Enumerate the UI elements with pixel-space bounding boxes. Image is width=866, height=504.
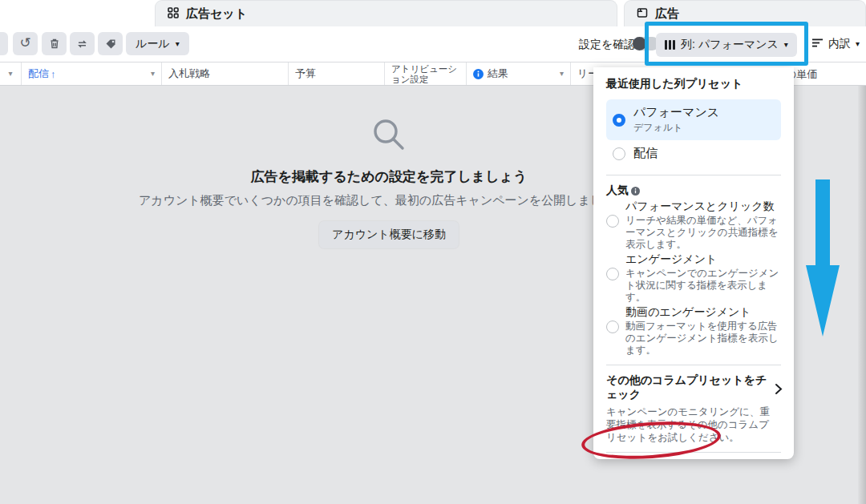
undo-icon: ↺ — [19, 36, 30, 50]
radio-selected-icon[interactable] — [613, 114, 625, 127]
column-label: 結果 — [488, 67, 508, 81]
tag-button[interactable] — [98, 32, 123, 55]
preset-option-delivery[interactable]: 配信 — [606, 140, 781, 167]
breakdown-label: 内訳 — [828, 37, 851, 51]
radio-icon[interactable] — [606, 321, 619, 333]
header-cell-bid-strategy[interactable]: 入札戦略 — [162, 62, 289, 85]
preset-sublabel: デフォルト — [633, 121, 719, 135]
divider — [606, 452, 781, 453]
go-to-account-overview-button[interactable]: アカウント概要に移動 — [319, 221, 459, 248]
columns-button-label: 列: パフォーマンス — [681, 38, 779, 52]
column-label: 入札戦略 — [168, 67, 210, 81]
tab-ads-label: 広告 — [655, 6, 679, 22]
more-presets-link[interactable]: その他のコラムプリセットをチェック キャンペーンのモニタリングに、重要指標を表示… — [606, 373, 781, 444]
undo-button[interactable]: ↺ — [13, 32, 38, 55]
header-cell-attribution[interactable]: アトリビューション設定 — [385, 62, 467, 85]
tab-adsets-label: 広告セット — [186, 6, 247, 22]
preset-option-engagement[interactable]: エンゲージメント キャンペーンでのエンゲージメント状況に関する指標を表示します。 — [606, 252, 781, 304]
header-cell-select[interactable]: ▾ — [0, 62, 22, 85]
chevron-down-icon: ▾ — [784, 41, 788, 49]
preset-option-performance-clicks[interactable]: パフォーマンスとクリック数 リーチや結果の単価など、パフォーマンスとクリックの共… — [606, 200, 781, 251]
preset-label: エンゲージメント — [625, 252, 781, 267]
breakdown-icon — [811, 38, 824, 50]
columns-icon — [665, 40, 675, 50]
empty-state-title: 広告を掲載するための設定を完了しましょう — [128, 167, 650, 186]
ab-test-icon — [76, 38, 88, 50]
preset-description: リーチや結果の単価など、パフォーマンスとクリックの共通指標を表示します。 — [625, 215, 781, 251]
more-presets-header: その他のコラムプリセットをチェック — [606, 373, 770, 402]
empty-state-subtitle: アカウント概要でいくつかの項目を確認して、最初の広告キャンペーンを公開しましょう… — [128, 193, 650, 208]
delete-button[interactable] — [42, 32, 67, 55]
review-setup-label: 設定を確認 — [579, 38, 635, 52]
preset-description: 動画フォーマットを使用する広告のエンゲージメント指標を表示します。 — [625, 321, 781, 357]
divider — [606, 175, 781, 175]
chevron-down-icon: ▾ — [8, 70, 12, 78]
scrollbar[interactable] — [858, 86, 866, 504]
preset-label: 配信 — [633, 146, 658, 161]
chevron-down-icon: ▾ — [856, 40, 860, 48]
radio-icon[interactable] — [606, 268, 619, 280]
sort-asc-icon: ↑ — [51, 68, 56, 80]
preset-label: 動画のエンゲージメント — [625, 305, 781, 320]
preset-label: パフォーマンス — [633, 105, 719, 120]
chevron-down-icon: ▾ — [560, 70, 564, 78]
recent-presets-header: 最近使用した列プリセット — [606, 77, 781, 91]
columns-preset-button[interactable]: 列: パフォーマンス ▾ — [656, 33, 797, 57]
tag-icon — [105, 38, 116, 50]
divider — [606, 365, 781, 365]
breakdown-dropdown-button[interactable]: 内訳 ▾ — [811, 37, 860, 51]
ab-test-button[interactable] — [70, 32, 95, 55]
header-cell-results[interactable]: 結果 ▾ — [467, 62, 571, 85]
info-icon — [631, 187, 640, 196]
radio-icon[interactable] — [606, 215, 619, 228]
adset-grid-icon — [168, 7, 179, 21]
empty-state: 広告を掲載するための設定を完了しましょう アカウント概要でいくつかの項目を確認し… — [128, 116, 650, 248]
preset-option-performance[interactable]: パフォーマンス デフォルト — [606, 99, 781, 140]
toolbar: ↺ ルール ▾ 設定を確認 列: パフォーマンス ▾ — [0, 26, 866, 62]
edit-button-partial[interactable] — [0, 32, 8, 55]
chevron-down-icon: ▾ — [151, 70, 155, 78]
column-label: アトリビューション設定 — [391, 64, 459, 84]
info-icon — [473, 69, 484, 79]
preset-option-video-engagement[interactable]: 動画のエンゲージメント 動画フォーマットを使用する広告のエンゲージメント指標を表… — [606, 305, 781, 357]
tabs-strip: 広告セット 広告 — [0, 0, 866, 26]
preset-description: キャンペーンでのエンゲージメント状況に関する指標を表示します。 — [625, 268, 781, 304]
chevron-right-icon — [775, 383, 783, 398]
trash-icon — [49, 38, 60, 50]
rules-label: ルール — [136, 37, 170, 51]
toggle-knob — [633, 37, 646, 50]
column-label: 予算 — [295, 67, 316, 81]
radio-icon[interactable] — [613, 147, 625, 160]
chevron-down-icon: ▾ — [176, 40, 180, 48]
columns-preset-menu: 最近使用した列プリセット パフォーマンス デフォルト 配信 人気 パフォーマンス… — [593, 67, 794, 459]
preset-label: パフォーマンスとクリック数 — [625, 200, 781, 214]
search-icon — [370, 142, 407, 155]
header-cell-delivery[interactable]: 配信 ↑ ▾ — [22, 62, 162, 85]
ad-frame-icon — [637, 7, 648, 21]
header-cell-budget[interactable]: 予算 — [289, 62, 385, 85]
column-label: 配信 — [28, 67, 49, 81]
rules-dropdown-button[interactable]: ルール ▾ — [126, 32, 189, 55]
tab-adsets[interactable]: 広告セット — [155, 0, 617, 26]
tab-ads[interactable]: 広告 — [624, 0, 866, 26]
popular-header: 人気 — [606, 183, 781, 198]
popular-header-label: 人気 — [606, 183, 629, 198]
more-presets-description: キャンペーンのモニタリングに、重要指標を表示するその他のコラムプリセットをお試し… — [606, 405, 770, 444]
